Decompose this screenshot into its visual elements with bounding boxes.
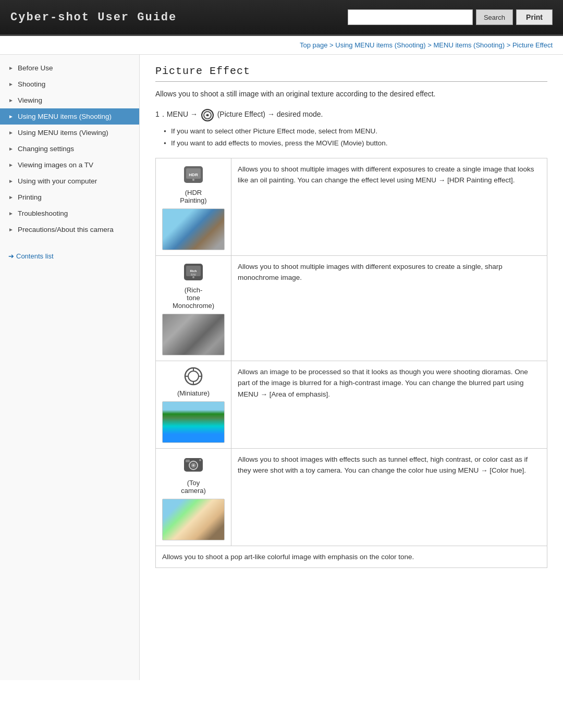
sidebar-item-before-use[interactable]: ► Before Use (0, 60, 139, 76)
effect-row-hdr: HDR (HDRPainting) Allows you to shoot mu… (156, 158, 547, 255)
toy-label: (Toycamera) (181, 479, 206, 495)
effect-row-toy: (Toycamera) Allows you to shoot images w… (156, 448, 547, 546)
sidebar-item-label: Viewing (18, 96, 42, 104)
contents-list-label: Contents list (16, 252, 54, 260)
sidebar-item-label: Changing settings (18, 145, 74, 153)
miniature-icon (183, 366, 203, 386)
breadcrumb-current: Picture Effect (512, 41, 553, 49)
rich-tone-icon: Rich B/W (182, 261, 204, 283)
chevron-right-icon: ► (8, 178, 14, 184)
step1-cont: (Picture Effect) → desired mode. (217, 110, 323, 118)
effect-row-miniature: (Miniature) Allows an image to be proces… (156, 361, 547, 448)
sidebar-item-label: Printing (18, 193, 42, 201)
breadcrumb-link-using-menu-shooting[interactable]: Using MENU items (Shooting) (335, 41, 425, 49)
sidebar-item-label: Using MENU items (Viewing) (18, 129, 108, 137)
sidebar-item-printing[interactable]: ► Printing (0, 189, 139, 205)
svg-text:Rich: Rich (190, 269, 197, 273)
sidebar-item-label: Shooting (18, 80, 45, 88)
sidebar-item-using-computer[interactable]: ► Using with your computer (0, 173, 139, 189)
svg-point-21 (199, 459, 201, 461)
step1-text: 1．MENU → (155, 110, 198, 118)
svg-point-9 (192, 276, 194, 278)
intro-text: Allows you to shoot a still image with a… (155, 88, 547, 100)
effect-icon-cell-toy: (Toycamera) (156, 448, 231, 546)
effect-icon-hdr: HDR (HDRPainting) (162, 164, 225, 204)
chevron-right-icon: ► (8, 194, 14, 200)
miniature-image (162, 401, 225, 443)
sidebar-item-label: Precautions/About this camera (18, 226, 114, 233)
search-button[interactable]: Search (476, 9, 513, 25)
mini-label: (Miniature) (177, 389, 210, 397)
sidebar-item-label: Using with your computer (18, 177, 97, 185)
site-title: Cyber-shot User Guide (10, 11, 177, 24)
chevron-right-icon: ► (8, 211, 14, 216)
effect-icon-rich: Rich B/W (Rich-toneMonochrome) (162, 261, 225, 310)
header: Cyber-shot User Guide Search Print (0, 0, 563, 36)
search-input[interactable] (348, 9, 473, 25)
effect-row-richmonochrome: Rich B/W (Rich-toneMonochrome) Allows yo… (156, 255, 547, 361)
chevron-right-icon: ► (8, 146, 14, 152)
effect-icon-cell-mini: (Miniature) (156, 361, 231, 448)
chevron-right-icon: ► (8, 227, 14, 232)
effect-icon-cell-hdr: HDR (HDRPainting) (156, 158, 231, 255)
page-title: Picture Effect (155, 65, 547, 82)
sidebar-item-precautions[interactable]: ► Precautions/About this camera (0, 221, 139, 238)
content-area: Picture Effect Allows you to shoot a sti… (140, 55, 563, 578)
chevron-right-icon: ► (8, 114, 14, 119)
sidebar-item-shooting[interactable]: ► Shooting (0, 76, 139, 92)
effect-desc-popart: Allows you to shoot a pop art-like color… (156, 546, 547, 568)
svg-rect-20 (186, 460, 190, 462)
bullet-list: If you want to select other Picture Effe… (155, 126, 547, 150)
search-area: Search Print (348, 9, 553, 25)
sidebar-item-using-menu-viewing[interactable]: ► Using MENU items (Viewing) (0, 125, 139, 141)
sidebar-item-changing-settings[interactable]: ► Changing settings (0, 141, 139, 157)
hdr-painting-icon: HDR (182, 164, 204, 186)
sidebar-item-viewing-tv[interactable]: ► Viewing images on a TV (0, 157, 139, 173)
effect-desc-toy: Allows you to shoot images with effects … (231, 448, 547, 546)
arrow-right-icon: ➔ (8, 252, 14, 260)
toy-camera-icon (182, 454, 204, 476)
chevron-right-icon: ► (8, 97, 14, 103)
contents-list-link[interactable]: ➔ Contents list (0, 246, 139, 266)
sidebar-item-troubleshooting[interactable]: ► Troubleshooting (0, 205, 139, 221)
svg-point-19 (192, 464, 194, 466)
sidebar: ► Before Use ► Shooting ► Viewing ► Usin… (0, 55, 140, 680)
steps-section: 1．MENU → (Picture Effect) → desired mode… (155, 108, 547, 121)
effects-table: HDR (HDRPainting) Allows you to shoot mu… (155, 158, 547, 569)
bullet-item: If you want to add effects to movies, pr… (164, 138, 547, 150)
effect-desc-hdr: Allows you to shoot multiple images with… (231, 158, 547, 255)
effect-icon-mini: (Miniature) (162, 366, 225, 397)
chevron-right-icon: ► (8, 130, 14, 135)
effect-desc-mini: Allows an image to be processed so that … (231, 361, 547, 448)
picture-effect-icon (201, 109, 214, 121)
rich-tone-image (162, 314, 225, 355)
sidebar-item-label: Before Use (18, 64, 53, 72)
toy-camera-image (162, 499, 225, 540)
sidebar-item-label: Viewing images on a TV (18, 161, 93, 169)
sidebar-item-label: Troubleshooting (18, 209, 68, 217)
print-button[interactable]: Print (516, 9, 553, 25)
hdr-label: (HDRPainting) (180, 189, 206, 204)
breadcrumb-link-menu-items-shooting[interactable]: MENU items (Shooting) (434, 41, 505, 49)
bullet-item: If you want to select other Picture Effe… (164, 126, 547, 138)
effect-row-popart: Allows you to shoot a pop art-like color… (156, 546, 547, 568)
effect-desc-rich: Allows you to shoot multiple images with… (231, 255, 547, 361)
sidebar-item-label: Using MENU items (Shooting) (18, 113, 112, 120)
rich-label: (Rich-toneMonochrome) (173, 286, 214, 310)
chevron-right-icon: ► (8, 162, 14, 168)
sidebar-item-viewing[interactable]: ► Viewing (0, 92, 139, 108)
svg-point-4 (192, 179, 194, 181)
breadcrumb: Top page > Using MENU items (Shooting) >… (0, 36, 563, 55)
main-layout: ► Before Use ► Shooting ► Viewing ► Usin… (0, 55, 563, 680)
svg-point-11 (188, 371, 199, 381)
sidebar-item-using-menu-shooting[interactable]: ► Using MENU items (Shooting) (0, 108, 139, 125)
breadcrumb-link-top[interactable]: Top page (300, 41, 328, 49)
chevron-right-icon: ► (8, 65, 14, 71)
svg-text:HDR: HDR (189, 172, 198, 177)
effect-icon-toy: (Toycamera) (162, 454, 225, 495)
svg-text:B/W: B/W (191, 273, 196, 276)
effect-icon-cell-rich: Rich B/W (Rich-toneMonochrome) (156, 255, 231, 361)
picture-effect-svg (203, 110, 212, 120)
hdr-painting-image (162, 208, 225, 250)
chevron-right-icon: ► (8, 81, 14, 87)
